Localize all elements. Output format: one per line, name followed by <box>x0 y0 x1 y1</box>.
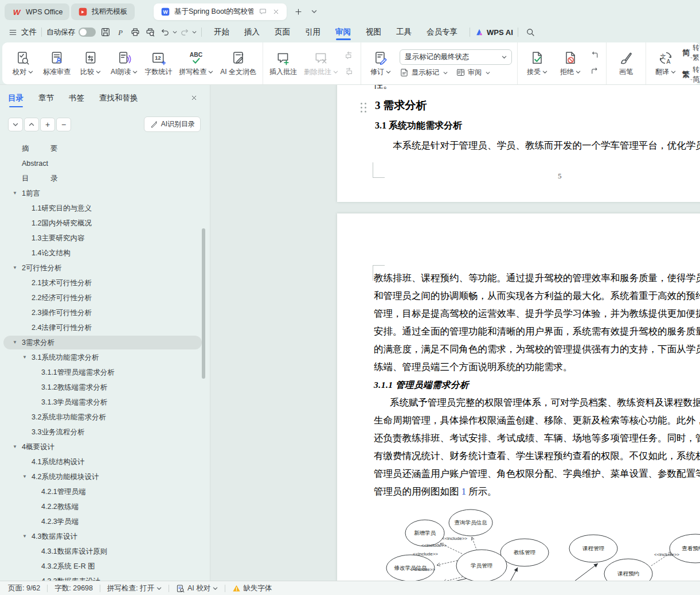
ai-proof-button[interactable]: AI 校对 <box>176 584 218 593</box>
toc-item[interactable]: 1.3主要研究内容 <box>0 231 206 246</box>
ribbon-button-AI 全文润色[interactable]: AI 全文润色 <box>217 48 260 79</box>
save-button[interactable] <box>99 26 112 38</box>
sidebar-tab-书签[interactable]: 书签 <box>69 93 84 107</box>
menu-tab-开始[interactable]: 开始 <box>206 24 237 41</box>
toc-expand-arrow-icon[interactable]: ▼ <box>13 444 17 449</box>
toc-item[interactable]: 3.1.1管理员端需求分析 <box>0 365 206 380</box>
word-count-indicator[interactable]: 字数: 29698 <box>54 584 93 593</box>
toc-zoom-out-button[interactable]: − <box>56 118 71 131</box>
toc-item[interactable]: ▼3需求分析 <box>0 335 206 350</box>
toc-expand-arrow-icon[interactable]: ▼ <box>22 534 27 539</box>
document-page-5[interactable]: 性。 3 需求分析 3.1 系统功能需求分析 本系统是针对于管理员、学员、教练而… <box>337 85 700 202</box>
page-indicator[interactable]: 页面: 9/62 <box>8 584 40 593</box>
toc-item[interactable]: 1.2国内外研究概况 <box>0 216 206 231</box>
redo-chevron-icon[interactable] <box>192 30 197 34</box>
ribbon-button-修订[interactable]: 修订 <box>364 48 397 79</box>
toc-item[interactable]: 1.1研究目的与意义 <box>0 201 206 216</box>
toc-item[interactable]: ▼2可行性分析 <box>0 260 206 275</box>
redo-button[interactable] <box>178 26 191 38</box>
file-menu[interactable]: 文件 <box>21 27 37 37</box>
prev-change-button[interactable] <box>589 50 601 61</box>
menu-tab-视图[interactable]: 视图 <box>358 24 389 41</box>
toc-item[interactable]: ▼1前言 <box>0 186 206 201</box>
toc-item[interactable]: 2.1技术可行性分析 <box>0 275 206 290</box>
toc-item[interactable]: ▼4.3数据库设计 <box>0 529 206 544</box>
toc-item[interactable]: ▼3.1系统功能需求分析 <box>0 350 206 365</box>
sidebar-tab-章节[interactable]: 章节 <box>38 93 54 107</box>
tab-comment-icon[interactable] <box>259 7 267 16</box>
toc-item[interactable]: 目 录 <box>0 171 206 186</box>
ribbon-button-画笔[interactable]: 画笔 <box>609 48 643 79</box>
print-button[interactable] <box>128 26 142 38</box>
autosave-toggle[interactable] <box>79 28 96 37</box>
toc-item[interactable]: Abstract <box>0 156 206 171</box>
toc-item[interactable]: 3.2系统非功能需求分析 <box>0 410 206 425</box>
toc-item[interactable]: 摘 要 <box>0 141 206 156</box>
toc-item[interactable]: 3.3业务流程分析 <box>0 425 206 440</box>
toc-item[interactable]: 3.1.3学员端需求分析 <box>0 395 206 410</box>
menu-tab-引用[interactable]: 引用 <box>298 24 328 41</box>
ribbon-button-字数统计[interactable]: 12字数统计 <box>141 48 175 79</box>
toc-zoom-in-button[interactable]: + <box>40 118 55 131</box>
ribbon-button-转繁[interactable]: 简转繁 <box>682 43 699 63</box>
drag-handle-icon[interactable] <box>361 103 366 112</box>
toc-item[interactable]: 4.3.3数据库表设计 <box>0 574 206 581</box>
toc-item[interactable]: 3.1.2教练端需求分析 <box>0 380 206 395</box>
ribbon-button-比较[interactable]: 比较 <box>74 48 107 79</box>
toc-item[interactable]: ▼4概要设计 <box>0 440 206 454</box>
ribbon-button-校对[interactable]: 校对 <box>6 48 40 79</box>
hamburger-icon[interactable] <box>6 26 19 38</box>
menu-tab-插入[interactable]: 插入 <box>237 24 267 41</box>
next-change-button[interactable] <box>589 66 601 77</box>
menu-tab-审阅[interactable]: 审阅 <box>328 24 358 41</box>
toc-expand-arrow-icon[interactable]: ▼ <box>22 355 27 360</box>
wps-ai-button[interactable]: WPS AI <box>475 28 513 37</box>
document-canvas[interactable]: 性。 3 需求分析 3.1 系统功能需求分析 本系统是针对于管理员、学员、教练而… <box>210 85 700 581</box>
tab-active-document[interactable]: W 基于Spring Boot的驾校管理 <box>154 3 287 20</box>
toc-item[interactable]: 4.1系统结构设计 <box>0 454 206 469</box>
tab-list-button[interactable] <box>307 5 321 18</box>
group-expand-icon[interactable] <box>697 79 700 83</box>
toc-item[interactable]: 4.2.3学员端 <box>0 514 206 529</box>
toc-item[interactable]: 2.4法律可行性分析 <box>0 320 206 335</box>
sidebar-tab-查找和替换[interactable]: 查找和替换 <box>99 93 138 107</box>
tab-docer-templates[interactable]: 找稻壳模板 <box>71 3 135 20</box>
ribbon-button-审阅[interactable]: 审阅 <box>456 68 490 77</box>
ai-recognize-toc-button[interactable]: AI识别目录 <box>144 116 201 132</box>
export-pdf-button[interactable]: P <box>114 26 127 38</box>
ribbon-button-插入批注[interactable]: 插入批注 <box>266 48 300 79</box>
toc-expand-arrow-icon[interactable]: ▼ <box>22 474 27 479</box>
toc-item[interactable]: 4.2.1管理员端 <box>0 484 206 499</box>
missing-font-warning[interactable]: 缺失字体 <box>232 584 272 593</box>
menu-tab-会员专享[interactable]: 会员专享 <box>419 24 465 41</box>
sidebar-close-icon[interactable] <box>188 92 200 103</box>
print-preview-button[interactable] <box>143 26 157 38</box>
ribbon-button-显示标记[interactable]: 显示标记 <box>400 68 448 77</box>
ribbon-button-接受[interactable]: 接受 <box>521 48 554 79</box>
search-icon[interactable] <box>523 26 537 38</box>
toc-item[interactable]: 4.3.2系统 E-R 图 <box>0 559 206 574</box>
toc-item[interactable]: 4.2.2教练端 <box>0 499 206 514</box>
tab-wps-office[interactable]: W WPS Office <box>5 3 69 20</box>
sidebar-scrollbar[interactable] <box>202 228 205 379</box>
sidebar-tab-目录[interactable]: 目录 <box>8 93 24 107</box>
new-tab-button[interactable] <box>291 5 305 18</box>
toc-collapse-all-button[interactable] <box>8 118 23 131</box>
toc-item[interactable]: 4.3.1数据库设计原则 <box>0 544 206 559</box>
spellcheck-status[interactable]: 拼写检查: 打开 <box>107 584 162 593</box>
toc-item[interactable]: ▼4.2系统功能模块设计 <box>0 469 206 484</box>
tab-close-icon[interactable] <box>272 8 280 15</box>
undo-button[interactable] <box>158 26 172 38</box>
toc-item[interactable]: 2.2经济可行性分析 <box>0 290 206 305</box>
toc-expand-arrow-icon[interactable]: ▼ <box>13 265 17 270</box>
ribbon-button-拒绝[interactable]: 拒绝 <box>554 48 587 79</box>
menu-tab-页面[interactable]: 页面 <box>267 24 298 41</box>
toc-item[interactable]: 2.3操作可行性分析 <box>0 305 206 320</box>
toc-expand-arrow-icon[interactable]: ▼ <box>13 340 17 345</box>
undo-chevron-icon[interactable] <box>173 30 177 34</box>
menu-tab-工具[interactable]: 工具 <box>389 24 419 41</box>
toc-expand-all-button[interactable] <box>24 118 39 131</box>
markup-state-select[interactable]: 显示标记的最终状态 <box>400 49 512 65</box>
ribbon-button-翻译[interactable]: 文A翻译 <box>649 48 682 79</box>
ribbon-button-标准审查[interactable]: 标准审查 <box>40 48 74 79</box>
